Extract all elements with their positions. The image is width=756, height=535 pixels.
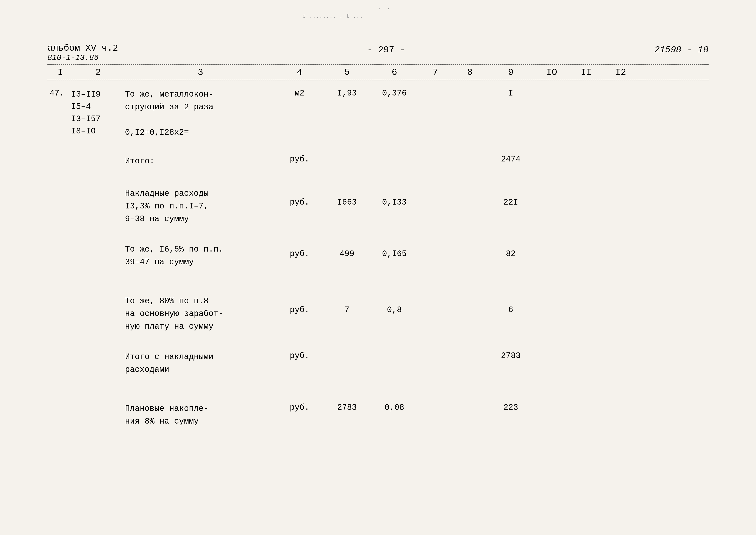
col-header-2: 2 [71, 67, 125, 78]
header-section: альбом XV ч.2 810-1-13.86 - 297 - 21598 … [47, 43, 709, 62]
nakladnie-col6: 0,I33 [371, 187, 418, 207]
table-body: 47. I3–II9 I5–4 I3–I57 I8–IO То же, мета… [47, 85, 709, 438]
tozhe1-col5: 499 [323, 243, 371, 259]
planovye-desc: Плановые накопле- ния 8% на сумму [125, 402, 276, 428]
col-header-1: I [50, 67, 71, 78]
tozhe2-col9: 6 [487, 295, 534, 315]
column-headers: I 2 3 4 5 6 7 8 9 IO II I2 [47, 67, 709, 78]
tozhe2-col5: 7 [323, 295, 371, 315]
nakladnie-col4: руб. [276, 187, 323, 207]
itogonaklad-desc: Итого с накладными расходами [125, 350, 276, 376]
tozhe2-num [50, 295, 71, 295]
itogonaklad-num [50, 350, 71, 351]
planovye-col4: руб. [276, 402, 323, 412]
col-header-9: 9 [487, 67, 534, 78]
col-header-11: II [569, 67, 604, 78]
tozhe2-col4: руб. [276, 295, 323, 315]
row-47-col9: I [487, 88, 534, 98]
planovye-col5: 2783 [323, 402, 371, 412]
planovye-col6: 0,08 [371, 402, 418, 412]
row-47-col5: I,93 [323, 88, 371, 98]
tozhe2-desc: То же, 80% по п.8 на основную заработ- н… [125, 295, 276, 333]
tozhe1-col9: 82 [487, 243, 534, 259]
itogo1-codes [71, 155, 125, 155]
itogo1-col9: 2474 [487, 155, 534, 164]
itogo1-num [50, 155, 71, 155]
col-header-3: 3 [125, 67, 276, 78]
page-number: - 297 - [367, 45, 405, 55]
col-header-dashed-line [47, 80, 709, 80]
page: . . c ........ . t ... альбом XV ч.2 810… [0, 0, 756, 535]
row-47-desc: То же, металлокон- струкций за 2 раза 0,… [125, 88, 276, 139]
scratch-marks-2: c ........ . t ... [302, 13, 363, 19]
row-47-codes: I3–II9 I5–4 I3–I57 I8–IO [71, 88, 125, 137]
nakladnie-col5: I663 [323, 187, 371, 207]
album-subline: 810-1-13.86 [47, 53, 118, 62]
col-header-8: 8 [452, 67, 487, 78]
itogo1-desc: Итого: [125, 155, 276, 168]
planovye-codes [71, 402, 125, 403]
table-row-planovye: Плановые накопле- ния 8% на сумму руб. 2… [47, 399, 709, 438]
row-47-col6: 0,376 [371, 88, 418, 98]
scratch-marks-1: . . [378, 4, 391, 11]
col-header-7: 7 [418, 67, 452, 78]
planovye-col9: 223 [487, 402, 534, 412]
album-title: альбом XV ч.2 [47, 43, 118, 53]
row-47-num: 47. [50, 88, 71, 98]
tozhe1-col6: 0,I65 [371, 243, 418, 259]
album-info: альбом XV ч.2 810-1-13.86 [47, 43, 118, 62]
itogonaklad-codes [71, 350, 125, 351]
col-header-5: 5 [323, 67, 371, 78]
tozhe1-codes [71, 243, 125, 243]
itogo1-col4: руб. [276, 155, 323, 164]
doc-number: 21598 - 18 [654, 45, 709, 55]
itogonaklad-col9: 2783 [487, 350, 534, 360]
nakladnie-col9: 22I [487, 187, 534, 207]
table-row: 47. I3–II9 I5–4 I3–I57 I8–IO То же, мета… [47, 85, 709, 140]
tozhe1-num [50, 243, 71, 243]
nakladnie-desc: Накладные расходы I3,3% по п.п.I–7, 9–38… [125, 187, 276, 225]
header-dashed-line [47, 65, 709, 65]
table-row-itogo1: Итого: руб. 2474 [47, 153, 709, 169]
nakladnie-num [50, 187, 71, 188]
tozhe1-desc: То же, I6,5% по п.п. 39–47 на сумму [125, 243, 276, 268]
planovye-num [50, 402, 71, 403]
row-47-col4: м2 [276, 88, 323, 98]
table-row-tozhe2: То же, 80% по п.8 на основную заработ- н… [47, 292, 709, 334]
itogonaklad-col4: руб. [276, 350, 323, 360]
tozhe2-col6: 0,8 [371, 295, 418, 315]
tozhe1-col4: руб. [276, 243, 323, 259]
tozhe2-codes [71, 295, 125, 295]
table-row-tozhe1: То же, I6,5% по п.п. 39–47 на сумму руб.… [47, 240, 709, 278]
col-header-12: I2 [604, 67, 638, 78]
col-header-10: IO [534, 67, 569, 78]
table-row-itogonaklad: Итого с накладными расходами руб. 2783 [47, 347, 709, 386]
nakladnie-codes [71, 187, 125, 187]
table-row-nakladnie: Накладные расходы I3,3% по п.п.I–7, 9–38… [47, 184, 709, 227]
col-header-4: 4 [276, 67, 323, 78]
col-header-6: 6 [371, 67, 418, 78]
